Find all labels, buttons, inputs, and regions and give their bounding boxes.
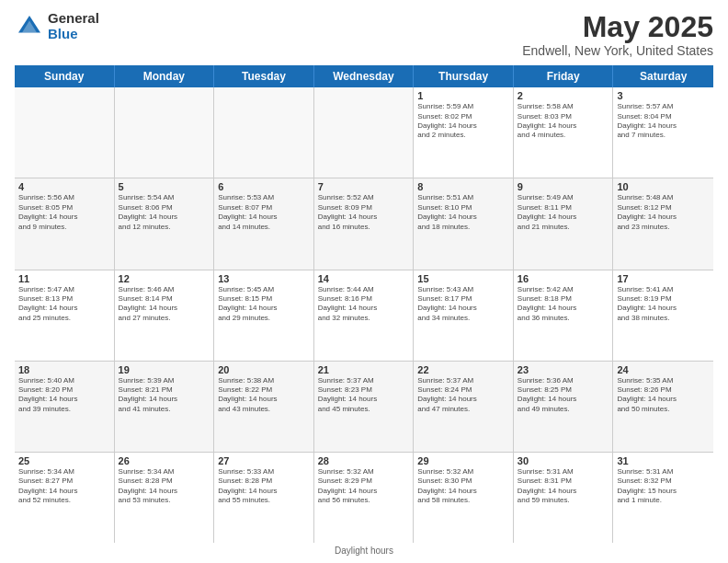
calendar-day-header: Thursday xyxy=(414,65,514,87)
day-number: 31 xyxy=(617,455,710,466)
day-number: 4 xyxy=(18,181,110,192)
day-number: 20 xyxy=(218,364,310,375)
footer-note: Daylight hours xyxy=(15,543,713,556)
day-number: 23 xyxy=(518,364,609,375)
calendar-day-cell: 22Sunrise: 5:37 AM Sunset: 8:24 PM Dayli… xyxy=(414,362,514,452)
day-info: Sunrise: 5:32 AM Sunset: 8:29 PM Dayligh… xyxy=(318,467,410,506)
calendar-day-cell: 1Sunrise: 5:59 AM Sunset: 8:02 PM Daylig… xyxy=(414,87,514,178)
calendar-week-row: 18Sunrise: 5:40 AM Sunset: 8:20 PM Dayli… xyxy=(15,362,713,453)
day-number: 28 xyxy=(318,455,410,466)
logo-icon xyxy=(15,12,44,41)
header: General Blue May 2025 Endwell, New York,… xyxy=(15,11,713,58)
day-info: Sunrise: 5:56 AM Sunset: 8:05 PM Dayligh… xyxy=(18,193,110,232)
day-info: Sunrise: 5:33 AM Sunset: 8:28 PM Dayligh… xyxy=(218,467,310,506)
calendar-day-cell: 18Sunrise: 5:40 AM Sunset: 8:20 PM Dayli… xyxy=(15,362,115,452)
logo-text: General Blue xyxy=(48,11,99,41)
day-number: 5 xyxy=(119,181,210,192)
calendar-day-cell: 13Sunrise: 5:45 AM Sunset: 8:15 PM Dayli… xyxy=(214,270,314,361)
calendar-day-header: Wednesday xyxy=(314,65,415,87)
day-number: 9 xyxy=(518,181,609,192)
page: General Blue May 2025 Endwell, New York,… xyxy=(0,0,728,563)
day-number: 26 xyxy=(119,455,210,466)
calendar-day-header: Tuesday xyxy=(214,65,314,87)
calendar-empty-cell xyxy=(314,87,415,178)
day-number: 7 xyxy=(318,181,410,192)
subtitle: Endwell, New York, United States xyxy=(522,43,713,58)
day-info: Sunrise: 5:57 AM Sunset: 8:04 PM Dayligh… xyxy=(617,102,710,141)
day-info: Sunrise: 5:32 AM Sunset: 8:30 PM Dayligh… xyxy=(417,467,509,506)
calendar-day-cell: 5Sunrise: 5:54 AM Sunset: 8:06 PM Daylig… xyxy=(115,178,215,269)
day-number: 6 xyxy=(218,181,310,192)
calendar-day-cell: 8Sunrise: 5:51 AM Sunset: 8:10 PM Daylig… xyxy=(414,178,514,269)
day-info: Sunrise: 5:51 AM Sunset: 8:10 PM Dayligh… xyxy=(417,193,509,232)
day-info: Sunrise: 5:46 AM Sunset: 8:14 PM Dayligh… xyxy=(119,285,210,324)
calendar-day-cell: 29Sunrise: 5:32 AM Sunset: 8:30 PM Dayli… xyxy=(414,453,514,543)
day-number: 17 xyxy=(617,273,710,284)
calendar-day-cell: 27Sunrise: 5:33 AM Sunset: 8:28 PM Dayli… xyxy=(214,453,314,543)
day-number: 30 xyxy=(518,455,609,466)
day-number: 12 xyxy=(119,273,210,284)
day-info: Sunrise: 5:59 AM Sunset: 8:02 PM Dayligh… xyxy=(417,102,509,141)
day-info: Sunrise: 5:34 AM Sunset: 8:27 PM Dayligh… xyxy=(18,467,110,506)
calendar-day-cell: 31Sunrise: 5:31 AM Sunset: 8:32 PM Dayli… xyxy=(613,453,713,543)
day-number: 21 xyxy=(318,364,410,375)
calendar-day-cell: 4Sunrise: 5:56 AM Sunset: 8:05 PM Daylig… xyxy=(15,178,115,269)
calendar-day-cell: 14Sunrise: 5:44 AM Sunset: 8:16 PM Dayli… xyxy=(314,270,415,361)
calendar-week-row: 11Sunrise: 5:47 AM Sunset: 8:13 PM Dayli… xyxy=(15,270,713,362)
day-number: 18 xyxy=(18,364,110,375)
calendar-day-cell: 12Sunrise: 5:46 AM Sunset: 8:14 PM Dayli… xyxy=(115,270,215,361)
calendar-body: 1Sunrise: 5:59 AM Sunset: 8:02 PM Daylig… xyxy=(15,87,713,543)
calendar-day-cell: 17Sunrise: 5:41 AM Sunset: 8:19 PM Dayli… xyxy=(613,270,713,361)
day-number: 25 xyxy=(18,455,110,466)
calendar-day-cell: 26Sunrise: 5:34 AM Sunset: 8:28 PM Dayli… xyxy=(115,453,215,543)
calendar-day-cell: 25Sunrise: 5:34 AM Sunset: 8:27 PM Dayli… xyxy=(15,453,115,543)
calendar-week-row: 25Sunrise: 5:34 AM Sunset: 8:27 PM Dayli… xyxy=(15,453,713,543)
calendar-empty-cell xyxy=(115,87,215,178)
calendar-day-header: Saturday xyxy=(613,65,713,87)
day-number: 15 xyxy=(417,273,509,284)
calendar-day-cell: 3Sunrise: 5:57 AM Sunset: 8:04 PM Daylig… xyxy=(613,87,713,178)
calendar-day-cell: 10Sunrise: 5:48 AM Sunset: 8:12 PM Dayli… xyxy=(613,178,713,269)
calendar-day-cell: 24Sunrise: 5:35 AM Sunset: 8:26 PM Dayli… xyxy=(613,362,713,452)
day-info: Sunrise: 5:42 AM Sunset: 8:18 PM Dayligh… xyxy=(518,285,609,324)
calendar-day-cell: 15Sunrise: 5:43 AM Sunset: 8:17 PM Dayli… xyxy=(414,270,514,361)
day-info: Sunrise: 5:38 AM Sunset: 8:22 PM Dayligh… xyxy=(218,376,310,415)
day-info: Sunrise: 5:54 AM Sunset: 8:06 PM Dayligh… xyxy=(119,193,210,232)
day-number: 14 xyxy=(318,273,410,284)
day-number: 16 xyxy=(518,273,609,284)
day-info: Sunrise: 5:43 AM Sunset: 8:17 PM Dayligh… xyxy=(417,285,509,324)
day-number: 13 xyxy=(218,273,310,284)
calendar-week-row: 1Sunrise: 5:59 AM Sunset: 8:02 PM Daylig… xyxy=(15,87,713,178)
day-info: Sunrise: 5:44 AM Sunset: 8:16 PM Dayligh… xyxy=(318,285,410,324)
calendar-day-cell: 23Sunrise: 5:36 AM Sunset: 8:25 PM Dayli… xyxy=(514,362,614,452)
day-info: Sunrise: 5:37 AM Sunset: 8:24 PM Dayligh… xyxy=(417,376,509,415)
day-info: Sunrise: 5:53 AM Sunset: 8:07 PM Dayligh… xyxy=(218,193,310,232)
day-info: Sunrise: 5:47 AM Sunset: 8:13 PM Dayligh… xyxy=(18,285,110,324)
day-info: Sunrise: 5:37 AM Sunset: 8:23 PM Dayligh… xyxy=(318,376,410,415)
calendar: SundayMondayTuesdayWednesdayThursdayFrid… xyxy=(15,65,713,543)
day-number: 24 xyxy=(617,364,710,375)
calendar-day-cell: 28Sunrise: 5:32 AM Sunset: 8:29 PM Dayli… xyxy=(314,453,415,543)
calendar-header: SundayMondayTuesdayWednesdayThursdayFrid… xyxy=(15,65,713,87)
day-number: 22 xyxy=(417,364,509,375)
calendar-day-cell: 21Sunrise: 5:37 AM Sunset: 8:23 PM Dayli… xyxy=(314,362,415,452)
calendar-day-cell: 16Sunrise: 5:42 AM Sunset: 8:18 PM Dayli… xyxy=(514,270,614,361)
day-info: Sunrise: 5:35 AM Sunset: 8:26 PM Dayligh… xyxy=(617,376,710,415)
day-info: Sunrise: 5:45 AM Sunset: 8:15 PM Dayligh… xyxy=(218,285,310,324)
calendar-empty-cell xyxy=(15,87,115,178)
day-number: 3 xyxy=(617,90,710,101)
calendar-day-cell: 11Sunrise: 5:47 AM Sunset: 8:13 PM Dayli… xyxy=(15,270,115,361)
calendar-day-cell: 30Sunrise: 5:31 AM Sunset: 8:31 PM Dayli… xyxy=(514,453,614,543)
day-number: 10 xyxy=(617,181,710,192)
calendar-day-cell: 20Sunrise: 5:38 AM Sunset: 8:22 PM Dayli… xyxy=(214,362,314,452)
day-info: Sunrise: 5:48 AM Sunset: 8:12 PM Dayligh… xyxy=(617,193,710,232)
title-block: May 2025 Endwell, New York, United State… xyxy=(522,11,713,58)
day-info: Sunrise: 5:34 AM Sunset: 8:28 PM Dayligh… xyxy=(119,467,210,506)
day-info: Sunrise: 5:31 AM Sunset: 8:31 PM Dayligh… xyxy=(518,467,609,506)
day-number: 29 xyxy=(417,455,509,466)
day-info: Sunrise: 5:58 AM Sunset: 8:03 PM Dayligh… xyxy=(518,102,609,141)
day-info: Sunrise: 5:39 AM Sunset: 8:21 PM Dayligh… xyxy=(119,376,210,415)
logo-general-text: General xyxy=(48,11,99,27)
day-number: 11 xyxy=(18,273,110,284)
calendar-day-header: Monday xyxy=(115,65,215,87)
